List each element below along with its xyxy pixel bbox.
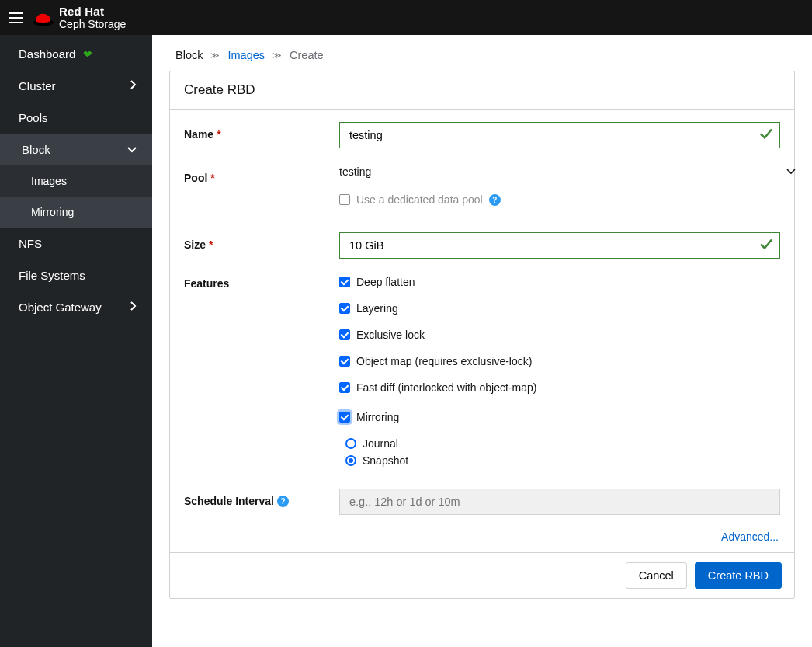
dedicated-pool-label: Use a dedicated data pool: [356, 193, 483, 206]
radio-label: Snapshot: [363, 454, 408, 467]
feature-layering-checkbox[interactable]: [339, 303, 350, 314]
feature-label: Object map (requires exclusive-lock): [356, 355, 532, 367]
top-bar: Red Hat Ceph Storage: [0, 0, 812, 35]
size-input[interactable]: [339, 232, 780, 259]
sidebar-item-objectgateway[interactable]: Object Gateway: [0, 291, 152, 323]
sidebar: Dashboard ❤ Cluster Pools Block Images M…: [0, 35, 152, 647]
schedule-interval-input[interactable]: [339, 489, 780, 515]
sidebar-item-label: Object Gateway: [19, 301, 102, 314]
main-content: Block ≫ Images ≫ Create Create RBD Name*: [152, 35, 812, 647]
pool-select-value: testing: [339, 165, 371, 178]
feature-label: Exclusive lock: [356, 329, 425, 341]
check-icon: [760, 239, 772, 252]
features-label: Features: [184, 276, 339, 290]
breadcrumb-link-images[interactable]: Images: [227, 49, 265, 61]
sidebar-item-label: Dashboard: [19, 47, 75, 61]
sidebar-item-dashboard[interactable]: Dashboard ❤: [0, 38, 152, 70]
help-icon[interactable]: ?: [277, 496, 289, 507]
mirroring-snapshot-radio[interactable]: [345, 455, 356, 466]
mirroring-checkbox[interactable]: [339, 412, 350, 423]
heartbeat-icon: ❤: [83, 48, 92, 61]
create-rbd-panel: Create RBD Name*: [169, 71, 795, 599]
chevron-right-icon: [130, 80, 137, 92]
size-label: Size*: [184, 232, 339, 251]
chevron-right-icon: [130, 301, 137, 313]
feature-label: Deep flatten: [356, 276, 415, 288]
breadcrumb-current: Create: [290, 49, 324, 61]
feature-fastdiff-checkbox[interactable]: [339, 382, 350, 393]
sidebar-item-label: File Systems: [19, 269, 85, 282]
breadcrumb-root: Block: [175, 49, 203, 61]
check-icon: [760, 129, 772, 142]
sidebar-item-label: Images: [31, 175, 67, 187]
sidebar-item-filesystems[interactable]: File Systems: [0, 259, 152, 291]
feature-objectmap-checkbox[interactable]: [339, 356, 350, 367]
sidebar-item-pools[interactable]: Pools: [0, 102, 152, 134]
redhat-icon: [33, 10, 53, 26]
sidebar-item-label: NFS: [19, 237, 42, 250]
cancel-button[interactable]: Cancel: [626, 562, 687, 589]
sidebar-item-nfs[interactable]: NFS: [0, 228, 152, 259]
name-label: Name*: [184, 122, 339, 141]
name-input[interactable]: [339, 122, 780, 148]
feature-label: Fast diff (interlocked with object-map): [356, 381, 536, 394]
menu-toggle-icon[interactable]: [9, 10, 23, 26]
chevron-down-icon: [786, 166, 796, 177]
dedicated-pool-checkbox[interactable]: [339, 194, 350, 205]
brand-logo: Red Hat Ceph Storage: [33, 5, 126, 30]
feature-deepflatten-checkbox[interactable]: [339, 277, 350, 287]
breadcrumb: Block ≫ Images ≫ Create: [152, 35, 812, 71]
sidebar-item-label: Block: [22, 143, 50, 156]
mirroring-label: Mirroring: [356, 411, 399, 423]
create-rbd-button[interactable]: Create RBD: [695, 562, 782, 589]
sidebar-item-block[interactable]: Block: [0, 134, 152, 165]
sidebar-item-label: Pools: [19, 111, 48, 124]
sidebar-item-label: Mirroring: [31, 206, 74, 218]
help-icon[interactable]: ?: [489, 194, 501, 206]
brand-title: Red Hat: [59, 5, 126, 18]
mirroring-journal-radio[interactable]: [345, 438, 356, 449]
sidebar-item-label: Cluster: [19, 79, 56, 92]
chevron-right-icon: ≫: [272, 50, 282, 61]
feature-exclusivelock-checkbox[interactable]: [339, 329, 350, 340]
sidebar-item-images[interactable]: Images: [0, 165, 152, 197]
radio-label: Journal: [363, 437, 398, 450]
pool-select[interactable]: testing: [339, 165, 780, 178]
sidebar-item-mirroring[interactable]: Mirroring: [0, 197, 152, 228]
chevron-right-icon: ≫: [210, 50, 220, 61]
panel-title: Create RBD: [170, 71, 794, 110]
chevron-down-icon: [127, 144, 137, 155]
schedule-label: Schedule Interval ?: [184, 489, 339, 507]
feature-label: Layering: [356, 302, 398, 315]
brand-subtitle: Ceph Storage: [59, 19, 126, 30]
advanced-link[interactable]: Advanced...: [721, 530, 779, 543]
sidebar-item-cluster[interactable]: Cluster: [0, 70, 152, 102]
pool-label: Pool*: [184, 165, 339, 184]
